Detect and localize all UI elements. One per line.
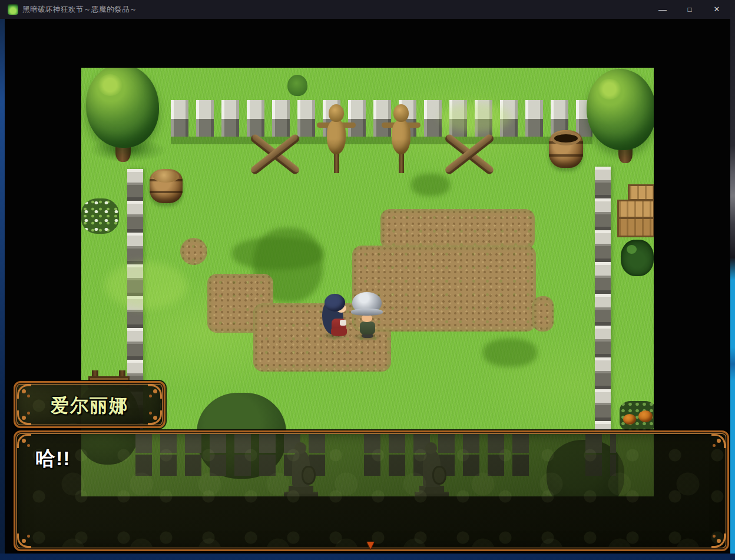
dirt-patch-right-ext (532, 296, 554, 332)
scarecrow-head (393, 104, 409, 122)
knight-helmet-rim (351, 309, 383, 316)
dirt-patch-small (180, 238, 207, 265)
scarecrow-body (392, 120, 410, 154)
fence-shadow (171, 137, 592, 144)
flower-bush (81, 198, 119, 234)
pumpkin-patch (620, 401, 654, 432)
corner-ornament-icon (711, 434, 726, 448)
scarecrow-head (329, 104, 344, 122)
knight-body (360, 322, 375, 334)
scarecrow-pole (334, 153, 339, 173)
corner-ornament-icon (17, 534, 31, 548)
stone-fence-bottom (171, 119, 592, 137)
stair-step (617, 217, 654, 237)
heroine-hair-top (325, 294, 345, 312)
desktop-wallpaper-left (0, 0, 5, 560)
continue-arrow-icon[interactable]: ▼ (365, 538, 377, 552)
dialogue-text: 哈!! (35, 445, 71, 472)
light-grass-patch (441, 103, 511, 132)
message-box[interactable]: 哈!! ▼ (14, 430, 729, 551)
wooden-stairs (617, 184, 654, 237)
name-box: 爱尔丽娜 (14, 381, 165, 428)
light-grass-patch (105, 262, 187, 309)
barrel-open (549, 130, 583, 168)
dark-grass-patch (411, 174, 450, 196)
speaker-name: 爱尔丽娜 (15, 393, 164, 418)
scarecrow (384, 104, 418, 174)
pumpkin (638, 410, 653, 422)
app-icon (8, 4, 18, 15)
barrel-closed (150, 169, 183, 203)
stone-fence-top (171, 100, 592, 119)
character-knight (351, 290, 383, 339)
stair-step (628, 184, 654, 201)
pillar-column-right (595, 167, 611, 432)
minimize-button[interactable]: — (649, 0, 676, 19)
wooden-barricade (444, 134, 495, 175)
dirt-patch-right-top (380, 209, 535, 249)
barrel-lid (153, 171, 179, 183)
corner-ornament-icon (17, 434, 31, 448)
pumpkin (623, 414, 636, 425)
dark-grass-patch (232, 237, 323, 270)
damask-pattern (18, 435, 725, 547)
desktop-wallpaper-right (730, 0, 735, 560)
scarecrow (319, 104, 353, 174)
fern-plant (621, 240, 654, 276)
grass-tuft (287, 75, 307, 96)
barrel-opening (551, 131, 581, 145)
tree-top-right (587, 69, 654, 150)
wooden-barricade (250, 134, 300, 175)
tree-top-left (86, 68, 159, 148)
dark-grass-patch (483, 339, 537, 367)
scarecrow-pole (399, 153, 404, 173)
corner-ornament-icon (711, 534, 726, 548)
heroine-sleeve (340, 320, 346, 326)
character-heroine (321, 294, 349, 339)
game-client-area: 爱尔丽娜 哈!! ▼ (5, 19, 730, 554)
scarecrow-body (327, 120, 346, 154)
stair-step (617, 200, 654, 218)
maximize-button[interactable]: □ (676, 0, 703, 19)
desktop-wallpaper-bottom (0, 554, 735, 560)
close-button[interactable]: ✕ (703, 0, 730, 19)
title-bar[interactable]: 黑暗破坏神狂欢节～恶魔的祭品～ — □ ✕ (0, 0, 730, 19)
heroine-skirt (331, 328, 347, 336)
window-title: 黑暗破坏神狂欢节～恶魔的祭品～ (22, 0, 137, 19)
